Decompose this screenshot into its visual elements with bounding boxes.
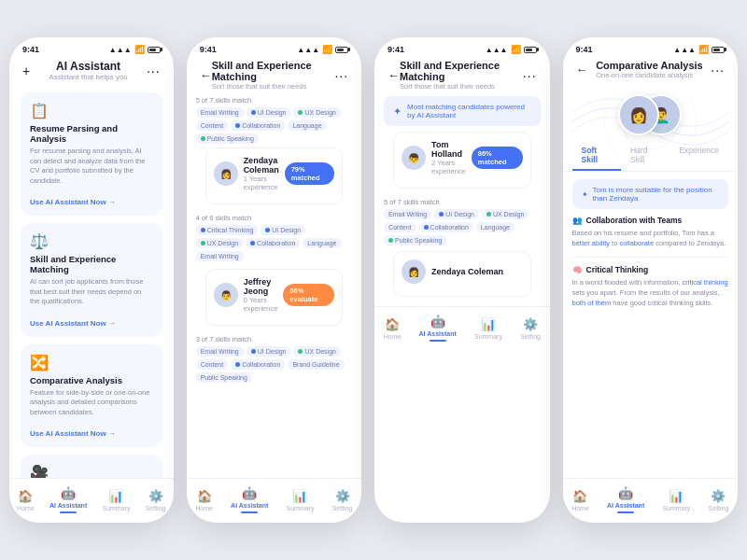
nav-setting-label-1: Setting	[146, 505, 166, 511]
phone4-title: Comparative Analysis	[596, 60, 703, 71]
candidate-name-tom: Tom Holland	[431, 140, 466, 159]
collaboration-icon: 👥	[572, 216, 583, 225]
avatar-candidate-left: 👩	[618, 94, 659, 135]
phone1-subtitle: Assistant that helps you	[49, 73, 128, 81]
candidate-exp-zendaya: 1 Years experience	[244, 175, 279, 191]
nav-active-indicator-3	[241, 511, 258, 513]
nav-summary-label-3: Summary	[287, 505, 315, 511]
ai-icon-2: 🤖	[430, 315, 445, 329]
phone3-content: 5 of 7 skills match Email Writing UI Des…	[187, 96, 361, 478]
skill-tag: Content	[196, 120, 229, 131]
analysis-banner-4: ✦ Tom is more suitable for the position …	[572, 179, 728, 209]
skill-tag: Content	[196, 359, 229, 370]
candidate-card-inner-jeffrey: 👨 Jeffrey Jeong 0 Years experience 56% e…	[205, 269, 343, 326]
phone3-header: ← Skill and Experience Matching Sort tho…	[187, 56, 361, 96]
bottom-nav-1: 🏠 Home 🤖 AI Assistant 📊 Summary ⚙️ Setti…	[9, 478, 174, 523]
nav-home-4[interactable]: 🏠 Home	[571, 489, 589, 511]
menu-dots-icon-2[interactable]: ···	[523, 68, 537, 83]
skill-tag: UI Design	[434, 209, 479, 219]
status-icons-1: ▲▲▲ 📶	[109, 45, 161, 54]
feature-title-resume: Resume Parsing and Analysis	[30, 123, 153, 144]
candidate-name-jeffrey: Jeffrey Jeong	[244, 277, 278, 296]
candidate-name-zendaya-p2: Zendaya Coleman	[431, 267, 522, 276]
nav-setting-label-3: Setting	[332, 505, 353, 511]
status-bar-2: 9:41 ▲▲▲ 📶	[374, 37, 549, 56]
match-badge-tom: 86% matched	[472, 147, 523, 169]
nav-active-indicator-2	[430, 340, 446, 342]
nav-setting-label-2: Setting	[520, 333, 541, 340]
highlight-text: critical thinking	[683, 278, 728, 287]
phone4-content: ✦ Tom is more suitable for the position …	[563, 179, 738, 478]
skill-tag: Brand Guideline	[288, 359, 344, 370]
menu-dots-icon-1[interactable]: ···	[147, 63, 161, 78]
summary-icon-1: 📊	[108, 489, 123, 503]
status-bar-1: 9:41 ▲▲▲ 📶	[9, 37, 174, 56]
signal-icon-1: ▲▲▲	[109, 46, 132, 54]
nav-home-1[interactable]: 🏠 Home	[17, 489, 35, 511]
ai-banner-2: ✦ Most matching candidates powered by AI…	[384, 96, 540, 126]
nav-home-label-3: Home	[195, 505, 213, 511]
skill-tag: UI Design	[247, 107, 291, 118]
nav-home-3[interactable]: 🏠 Home	[195, 489, 213, 511]
home-icon-4: 🏠	[572, 489, 587, 503]
phone-ai-assistant: 9:41 ▲▲▲ 📶 + AI Assistant Assistant that…	[9, 37, 174, 523]
video-icon: 🎥	[30, 464, 153, 478]
avatar-zendaya: 👩	[214, 161, 238, 186]
nav-setting-4[interactable]: ⚙️ Setting	[709, 489, 729, 511]
nav-summary-4[interactable]: 📊 Summary	[662, 489, 690, 511]
skills-match-label-jeffrey: 3 of 7 skills match	[196, 335, 352, 343]
nav-ai-4[interactable]: 🤖 AI Assistant	[607, 486, 644, 513]
nav-ai-label-4: AI Assistant	[607, 502, 644, 509]
skill-tag: Collaboration	[246, 238, 300, 248]
candidate-card-zendaya-p2: 👩 Zendaya Coleman	[384, 251, 540, 302]
skill-tag: Public Speaking	[196, 133, 259, 144]
candidate-name-zendaya: Zendaya Coleman	[244, 156, 279, 175]
nav-ai-label-2: AI Assistant	[419, 330, 457, 337]
analysis-text-critical: In a world flooded with information, cri…	[572, 277, 728, 309]
feature-btn-resume[interactable]: Use AI Assistant Now →	[30, 198, 116, 206]
candidate-info-zendaya-p2: Zendaya Coleman	[431, 267, 522, 276]
skill-tag: Public Speaking	[384, 235, 446, 245]
status-time-4: 9:41	[576, 45, 593, 54]
back-arrow-3[interactable]: ←	[200, 68, 212, 82]
menu-dots-icon-4[interactable]: ···	[711, 63, 725, 77]
feature-btn-comparative[interactable]: Use AI Assistant Now →	[30, 429, 116, 438]
nav-summary-2[interactable]: 📊 Summary	[474, 317, 502, 340]
menu-dots-icon-3[interactable]: ···	[334, 68, 348, 83]
nav-active-indicator-4	[617, 511, 634, 513]
bottom-nav-4: 🏠 Home 🤖 AI Assistant 📊 Summary ⚙️ Setti…	[563, 478, 738, 523]
ai-banner-icon-4: ✦	[582, 190, 588, 199]
phone1-header: + AI Assistant Assistant that helps you …	[9, 56, 174, 89]
summary-icon-4: 📊	[669, 489, 684, 503]
nav-ai-3[interactable]: 🤖 AI Assistant	[231, 486, 268, 513]
battery-icon-2	[524, 47, 537, 53]
avatar-jeffrey: 👨	[214, 283, 238, 307]
battery-icon-3	[335, 47, 348, 53]
nav-setting-3[interactable]: ⚙️ Setting	[332, 489, 353, 511]
skill-tag: Language	[476, 222, 514, 232]
nav-setting-1[interactable]: ⚙️ Setting	[146, 489, 166, 511]
resume-icon: 📋	[30, 102, 153, 119]
candidate-row-tom: 👦 Tom Holland 2 Years experience 86% mat…	[402, 140, 522, 175]
summary-icon-3: 📊	[292, 489, 307, 503]
back-arrow-2[interactable]: ←	[388, 68, 400, 82]
nav-setting-2[interactable]: ⚙️ Setting	[520, 317, 541, 340]
avatar-tom: 👦	[402, 146, 426, 170]
divider-1	[572, 257, 728, 258]
nav-ai-2[interactable]: 🤖 AI Assistant	[419, 315, 457, 342]
nav-home-2[interactable]: 🏠 Home	[384, 317, 402, 340]
skill-tag: UX Design	[293, 346, 340, 357]
back-arrow-4[interactable]: ←	[576, 63, 588, 77]
feature-btn-skill[interactable]: Use AI Assistant Now →	[30, 319, 116, 328]
nav-summary-label-2: Summary	[474, 333, 502, 340]
wifi-icon-2: 📶	[511, 45, 521, 54]
nav-summary-3[interactable]: 📊 Summary	[287, 489, 315, 511]
home-icon-1: 🏠	[18, 489, 33, 503]
feature-desc-comparative: Feature for side-by-side or one-on-one a…	[30, 388, 153, 418]
plus-icon[interactable]: +	[22, 63, 30, 78]
phone3-title: Skill and Experience Matching	[212, 60, 335, 82]
setting-icon-1: ⚙️	[148, 489, 163, 503]
nav-summary-1[interactable]: 📊 Summary	[102, 489, 130, 511]
nav-ai-1[interactable]: 🤖 AI Assistant	[49, 486, 87, 513]
skill-tag: Collaboration	[231, 120, 285, 131]
